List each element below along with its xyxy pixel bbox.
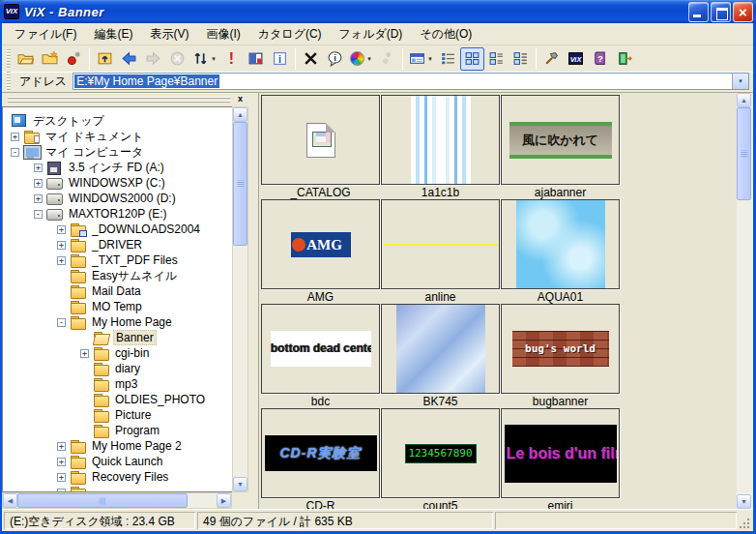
thumbnail-item-1a1c1b[interactable]: 1a1c1b xyxy=(381,95,500,199)
tree-item-windows2000-d-[interactable]: +WINDOWS2000 (D:) xyxy=(3,191,232,206)
collapse-icon[interactable]: - xyxy=(11,148,19,157)
toolbar-gripper[interactable] xyxy=(7,49,11,69)
delete-button[interactable] xyxy=(299,47,323,71)
detail-list-button[interactable] xyxy=(436,47,460,71)
addressbar-gripper[interactable] xyxy=(7,72,11,91)
address-dropdown-button[interactable]: ▼ xyxy=(732,74,748,89)
thumbnail-view-button[interactable] xyxy=(460,47,484,71)
expand-icon[interactable]: + xyxy=(80,349,89,358)
tree-item--[interactable]: -マイ コンピュータ xyxy=(3,144,232,160)
tree-item--driver[interactable]: +_DRIVER xyxy=(3,237,232,252)
thumbnail-scrollbar-thumb[interactable] xyxy=(737,107,751,200)
effect-button[interactable] xyxy=(375,47,399,71)
sort-button[interactable]: ▼ xyxy=(189,47,219,71)
close-button[interactable] xyxy=(733,2,753,22)
tree-item-oldies-photo[interactable]: OLDIES_PHOTO xyxy=(3,392,232,407)
menu-item-view[interactable]: 表示(V) xyxy=(141,23,197,45)
property-info-button[interactable]: i xyxy=(323,47,347,71)
exit-button[interactable] xyxy=(612,47,636,71)
collapse-icon[interactable]: - xyxy=(34,210,43,219)
scroll-up-icon[interactable]: ▲ xyxy=(233,107,247,122)
vix-about-button[interactable]: ViX xyxy=(564,47,588,71)
open-folder-button[interactable] xyxy=(14,47,38,71)
minimize-button[interactable] xyxy=(688,2,709,22)
thumbnail-item-ajabanner[interactable]: 風に吹かれてajabanner xyxy=(501,95,620,199)
tree-item-picture[interactable]: Picture xyxy=(3,407,232,423)
thumbnail-image[interactable] xyxy=(381,199,500,289)
color-adjust-button[interactable]: ▼ xyxy=(347,47,375,71)
menu-item-other[interactable]: その他(O) xyxy=(411,23,480,45)
thumbnail-item-cd-r[interactable]: CD-R実験室CD-R xyxy=(261,408,380,509)
thumbnail-image[interactable]: bug's world xyxy=(501,304,620,394)
tree-item-clipped[interactable]: + xyxy=(3,485,232,492)
panel-splitter[interactable] xyxy=(248,93,258,509)
tree-item-my-home-page-2[interactable]: +My Home Page 2 xyxy=(3,438,232,454)
thumbnail-item--catalog[interactable]: _CATALOG xyxy=(261,95,380,199)
help-button[interactable]: ? xyxy=(588,47,612,71)
dropdown-caret-icon[interactable]: ▼ xyxy=(211,56,217,62)
collapse-icon[interactable]: - xyxy=(57,318,66,327)
expand-icon[interactable]: + xyxy=(57,225,66,234)
new-catalog-button[interactable] xyxy=(38,47,62,71)
dropdown-caret-icon[interactable]: ▼ xyxy=(427,56,433,62)
stop-button[interactable] xyxy=(165,47,189,71)
tree-item-mo-temp[interactable]: MO Temp xyxy=(3,299,232,314)
thumbnail-item-bk745[interactable]: BK745 xyxy=(381,304,500,408)
thumbnail-image[interactable] xyxy=(381,304,500,394)
back-button[interactable] xyxy=(117,47,141,71)
expand-icon[interactable]: + xyxy=(34,179,43,188)
menu-item-image[interactable]: 画像(I) xyxy=(197,23,248,45)
record-marker-button[interactable] xyxy=(62,47,86,71)
file-info-button[interactable]: i xyxy=(268,47,292,71)
tree-item-banner[interactable]: Banner xyxy=(3,330,232,345)
thumbnail-image[interactable]: CD-R実験室 xyxy=(261,408,380,498)
preview-list-button[interactable] xyxy=(484,47,509,71)
scroll-down-icon[interactable]: ▼ xyxy=(233,477,247,491)
tree-item--downloads2004[interactable]: +_DOWNLOADS2004 xyxy=(3,222,232,237)
expand-icon[interactable]: + xyxy=(34,194,43,203)
tree-item--[interactable]: +マイ ドキュメント xyxy=(3,129,232,144)
tree-item-program[interactable]: Program xyxy=(3,423,232,438)
tree-item-mail-data[interactable]: Mail Data xyxy=(3,283,232,299)
scroll-down-icon[interactable]: ▼ xyxy=(737,494,751,509)
expand-icon[interactable]: + xyxy=(57,256,66,265)
tree-item--[interactable]: デスクトップ xyxy=(3,113,232,129)
expand-icon[interactable]: + xyxy=(11,133,19,141)
dropdown-caret-icon[interactable]: ▼ xyxy=(366,56,372,62)
scroll-right-icon[interactable]: ▶ xyxy=(217,493,231,508)
tree-panel-header[interactable]: x xyxy=(2,93,248,106)
thumbnail-image[interactable]: 1234567890 xyxy=(381,408,500,498)
tree-item-recovery-files[interactable]: +Recovery Files xyxy=(3,469,232,485)
menu-item-file[interactable]: ファイル(F) xyxy=(6,23,85,45)
expand-icon[interactable]: + xyxy=(34,163,43,172)
menu-item-folder[interactable]: フォルダ(D) xyxy=(331,23,412,45)
tree-vertical-scrollbar[interactable]: ▲ ▼ xyxy=(232,106,248,492)
thumbnail-image[interactable]: AMG xyxy=(261,199,380,289)
thumbnail-image[interactable] xyxy=(501,199,620,289)
maximize-button[interactable] xyxy=(711,2,731,22)
resize-grip[interactable] xyxy=(739,512,751,529)
folder-up-button[interactable] xyxy=(93,47,117,71)
expand-icon[interactable]: + xyxy=(57,442,66,451)
tree-item-easy-[interactable]: Easyサムネイル xyxy=(3,268,232,283)
tree-panel-grabber[interactable] xyxy=(8,97,230,104)
tree-item--txt-pdf-files[interactable]: +_TXT_PDF Files xyxy=(3,252,232,268)
thumbnail-item-bdc[interactable]: bottom dead centerbdc xyxy=(261,304,380,408)
view-mode-button[interactable]: ▼ xyxy=(406,47,436,71)
thumbnail-item-bugbanner[interactable]: bug's worldbugbanner xyxy=(501,304,620,408)
thumbnail-image[interactable] xyxy=(381,95,500,185)
tree-hscrollbar-thumb[interactable] xyxy=(17,493,188,508)
tree-item-cgi-bin[interactable]: +cgi-bin xyxy=(3,345,232,361)
tools-button[interactable] xyxy=(539,47,564,71)
tree-item-my-home-page[interactable]: -My Home Page xyxy=(3,314,232,330)
expand-icon[interactable]: + xyxy=(57,458,66,466)
tree-panel-close-icon[interactable]: x xyxy=(234,94,247,106)
thumbnail-image[interactable]: 風に吹かれて xyxy=(501,95,620,185)
thumb-list-button[interactable] xyxy=(509,47,533,71)
refresh-exclaim-button[interactable]: ! xyxy=(219,47,244,71)
thumbnail-image[interactable]: bottom dead center xyxy=(261,304,380,394)
thumbnail-image[interactable] xyxy=(261,95,380,185)
tree-item-3-5-fd-a-[interactable]: +3.5 インチ FD (A:) xyxy=(3,160,232,175)
tree-item-windowsxp-c-[interactable]: +WINDOWSXP (C:) xyxy=(3,175,232,191)
expand-icon[interactable]: + xyxy=(57,241,66,250)
